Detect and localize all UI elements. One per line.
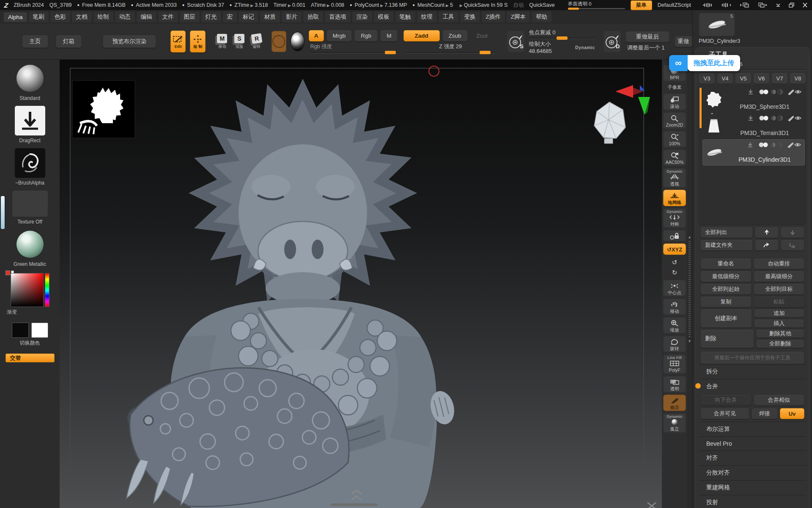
lowest-subdiv-button[interactable]: 最低级细分 <box>700 271 752 282</box>
menu-dynamic[interactable]: 动态 <box>115 11 135 23</box>
ghost-button[interactable]: 幽灵 <box>663 395 686 411</box>
home-button[interactable]: 主页 <box>22 35 48 48</box>
redo-clipped-button[interactable]: 重做 <box>675 36 692 47</box>
switch-colors-label[interactable]: 切换颜色 <box>20 340 40 347</box>
minimize-icon[interactable] <box>775 3 781 8</box>
draw-mode-button[interactable]: 绘 制 <box>190 30 206 52</box>
menu-draw[interactable]: 绘制 <box>93 11 114 23</box>
ui-opacity-handle[interactable] <box>568 8 579 10</box>
channel-a-button[interactable]: A <box>309 30 324 41</box>
menu-tool[interactable]: 工具 <box>438 11 459 23</box>
tablet-pressure-left-icon[interactable] <box>702 3 713 8</box>
scale-canvas-button[interactable]: 缩放 <box>663 317 686 334</box>
alt-color-swatch[interactable] <box>31 323 48 338</box>
local-symmetry-button[interactable] <box>663 230 686 241</box>
menu-stroke[interactable]: 笔触 <box>395 11 416 23</box>
subtool-row-sphere[interactable]: PM3D_Sphere3D1 <box>702 87 805 112</box>
menu-edit[interactable]: 编辑 <box>136 11 157 23</box>
all-to-target-button[interactable]: 全部到目标 <box>754 284 805 295</box>
zoom2d-button[interactable]: Zoom2D <box>663 112 686 129</box>
divider-up-arrow[interactable]: ▲ <box>688 235 691 239</box>
radial-y-button[interactable]: ↺ <box>663 257 686 268</box>
saturation-value-square[interactable] <box>11 273 44 307</box>
main-color-swatch[interactable] <box>12 323 29 338</box>
menu-brush[interactable]: 笔刷 <box>28 11 49 23</box>
lightbox-button[interactable]: 灯箱 <box>56 35 82 48</box>
transparent-button[interactable]: 透明 <box>663 376 686 392</box>
append-button[interactable]: 追加 <box>754 309 805 318</box>
version-v4-button[interactable]: V4 <box>717 73 733 84</box>
set-pivot-button[interactable]: 中心点 <box>663 280 686 296</box>
highest-subdiv-button[interactable]: 最高级细分 <box>754 271 805 282</box>
delete-button[interactable]: 删除 <box>700 329 754 348</box>
adjust-last-label[interactable]: 调整最后一个 1 <box>625 44 669 52</box>
new-folder-button[interactable]: 新建文件夹 <box>700 240 753 251</box>
zcut-button[interactable]: Zcut <box>470 30 494 41</box>
remesh-section-header[interactable]: 重建网格 <box>699 480 806 495</box>
swap-colors-button[interactable]: 交替 <box>5 353 55 362</box>
version-v5-button[interactable]: V5 <box>735 73 752 84</box>
preview-boolean-button[interactable]: 预览布尔渲染 <box>103 35 156 48</box>
menu-macro[interactable]: 宏 <box>222 11 238 23</box>
redo-last-button[interactable]: 重做最后 <box>625 31 669 42</box>
menu-transform[interactable]: 变换 <box>460 11 480 23</box>
current-tool-item[interactable]: 5 PM3D_Cylinder3 <box>693 10 812 45</box>
aahalf-button[interactable]: AAC50% <box>663 149 686 166</box>
current-material-button[interactable] <box>291 32 304 51</box>
auto-toggle[interactable]: 自动 <box>513 2 524 9</box>
xyz-symmetry-button[interactable]: ↺XYZ XYZ <box>663 243 686 255</box>
delete-all-button[interactable]: 全部删除 <box>756 340 805 348</box>
m-button[interactable]: M <box>380 30 398 41</box>
rgb-button[interactable]: Rgb <box>354 30 378 41</box>
dock-panel-left-icon[interactable] <box>740 2 750 8</box>
polyframe-button[interactable]: Line Fill PolyF <box>663 354 686 374</box>
subtool-scrollbar[interactable] <box>700 88 702 128</box>
delete-other-button[interactable]: 删除其他 <box>756 329 805 338</box>
symmetry-button[interactable]: Dynamic 对称 <box>663 208 686 228</box>
apply-last-to-all-button[interactable]: 将最后一个操作应用于所有子工具 <box>700 351 804 364</box>
zadd-button[interactable]: Zadd <box>403 30 440 41</box>
subpixel-label[interactable]: 子像素 <box>668 83 682 91</box>
hue-strip[interactable] <box>45 273 49 307</box>
scale-gizmo-button[interactable]: S 缩放 <box>233 31 246 52</box>
solo-button[interactable]: Dynamic 孤立 <box>663 413 686 433</box>
quicksave-button[interactable]: QuickSave <box>529 2 554 8</box>
menu-marker[interactable]: 标记 <box>238 11 259 23</box>
scatter-align-section-header[interactable]: 分散对齐 <box>699 465 806 480</box>
align-section-header[interactable]: 对齐 <box>699 450 806 465</box>
focal-shift-icon-button[interactable]: S <box>507 30 525 52</box>
insert-button[interactable]: 插入 <box>754 319 805 328</box>
texture-button[interactable] <box>12 190 48 217</box>
split-section-header[interactable]: 拆分 <box>699 364 806 379</box>
subtool-row-icons[interactable] <box>747 115 803 121</box>
project-section-header[interactable]: 投射 <box>699 495 806 508</box>
subtool-row-icons[interactable] <box>747 141 803 148</box>
weld-button[interactable]: 焊接 <box>752 408 778 419</box>
redo-icon-button[interactable]: D <box>604 30 621 52</box>
gradient-label[interactable]: 渐变 <box>7 309 17 316</box>
list-all-button[interactable]: 全部列出 <box>700 227 753 238</box>
menu-help[interactable]: 帮助 <box>531 11 552 23</box>
tablet-pressure-right-icon[interactable] <box>721 3 732 8</box>
dynamic-size-toggle[interactable]: Dynamic <box>575 45 595 50</box>
menu-picker[interactable]: 拾取 <box>303 11 324 23</box>
divider-down-arrow[interactable]: ▼ <box>688 339 691 343</box>
move-gizmo-button[interactable]: M 移动 <box>216 31 229 52</box>
merge-down-button[interactable]: 向下合并 <box>700 395 752 406</box>
menu-color[interactable]: 色彩 <box>50 11 71 23</box>
rgb-intensity-slider[interactable] <box>310 52 399 53</box>
move-into-folder-button[interactable] <box>781 240 804 251</box>
shelf-panel-divider[interactable]: ▲ ▼ <box>687 60 692 508</box>
color-picker[interactable] <box>11 273 49 307</box>
merge-similar-button[interactable]: 合并相似 <box>754 395 805 406</box>
paste-button[interactable]: 粘贴 <box>754 296 805 307</box>
version-v6-button[interactable]: V6 <box>753 73 770 84</box>
version-v3-button[interactable]: V3 <box>699 73 715 84</box>
menu-texture[interactable]: 纹理 <box>417 11 437 23</box>
all-to-start-button[interactable]: 全部到起始 <box>700 284 752 295</box>
scroll-canvas-button[interactable]: 滚动 <box>663 94 686 110</box>
document-canvas[interactable] <box>60 60 662 508</box>
move-out-folder-button[interactable] <box>755 240 779 251</box>
ui-opacity-slider[interactable]: 界面透明 0 <box>568 1 625 9</box>
close-icon[interactable] <box>802 3 808 8</box>
